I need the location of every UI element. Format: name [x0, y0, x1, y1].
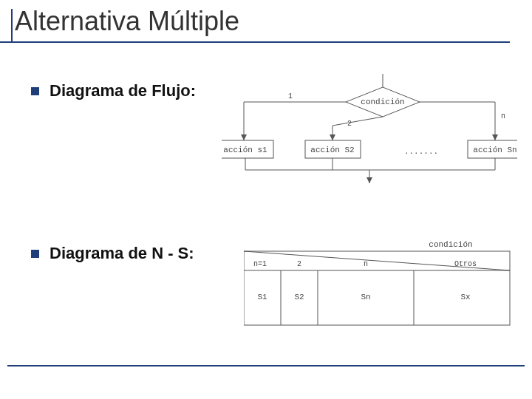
flowchart-action-n: acción Sn: [473, 146, 516, 154]
title-tick: [11, 9, 13, 41]
ns-case-otros: Otros: [454, 260, 477, 268]
svg-line-5: [332, 117, 383, 126]
bullet-ns-label: Diagrama de N - S:: [50, 244, 194, 263]
ns-body-2: S2: [294, 293, 304, 301]
ns-diagram: condición n=1 2 n Otros S1 S2 Sn Sx: [244, 236, 517, 340]
flowchart-action-2: acción S2: [310, 146, 354, 154]
ns-condition-label: condición: [429, 240, 472, 249]
svg-marker-4: [241, 134, 247, 140]
title-wrap: Alternativa Múltiple: [15, 6, 239, 41]
flowchart-branch-n-label: n: [501, 112, 505, 120]
ns-case-2: 2: [297, 260, 301, 268]
title-underline: [0, 41, 510, 43]
bullet-ns: Diagrama de N - S:: [31, 244, 194, 263]
ns-body-x: Sx: [460, 293, 471, 301]
svg-marker-10: [492, 134, 498, 140]
flowchart-condition-label: condición: [361, 98, 404, 106]
bullet-square-icon: [31, 87, 39, 95]
ns-body-1: S1: [257, 293, 267, 301]
ns-case-n: n: [364, 260, 368, 268]
svg-marker-7: [330, 134, 335, 140]
ns-body-n: Sn: [361, 293, 370, 301]
bottom-rule: [7, 365, 525, 366]
ns-case-1: n=1: [253, 260, 267, 268]
flowchart-branch-1-label: 1: [288, 92, 293, 100]
bullet-flowchart: Diagrama de Flujo:: [31, 81, 196, 100]
slide: Alternativa Múltiple Diagrama de Flujo: …: [0, 0, 532, 399]
flowchart-ellipsis: .......: [404, 147, 438, 156]
bullet-flowchart-label: Diagrama de Flujo:: [50, 81, 196, 100]
flowchart-diagram: condición 1 2 n acción s1 acción S2 ....…: [222, 74, 517, 192]
flowchart-branch-2-label: 2: [347, 120, 352, 128]
flowchart-action-1: acción s1: [223, 146, 267, 154]
page-title: Alternativa Múltiple: [15, 6, 239, 37]
svg-marker-19: [366, 177, 372, 183]
bullet-square-icon: [31, 250, 39, 258]
